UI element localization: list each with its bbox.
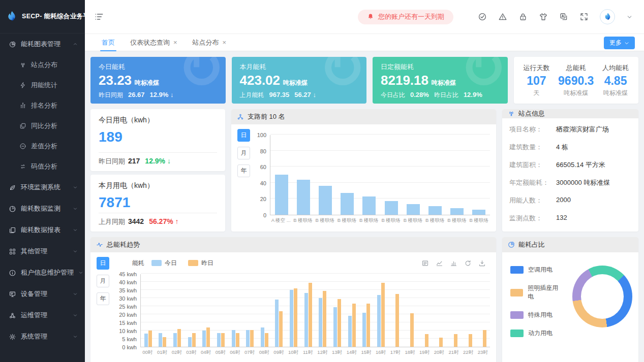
- data-view-icon[interactable]: [421, 259, 429, 267]
- bar-group[interactable]: [286, 288, 301, 347]
- sidebar-item-other-mgmt[interactable]: 其他管理: [0, 241, 85, 262]
- pie-legend-item-3[interactable]: 特殊用电: [510, 311, 563, 319]
- trend-toggle-日[interactable]: 日: [97, 257, 109, 270]
- translate-icon[interactable]: [559, 12, 568, 21]
- usage-card-value: 189: [99, 129, 217, 150]
- bar-group[interactable]: [461, 334, 476, 347]
- menu-collapse-icon[interactable]: [94, 12, 104, 22]
- legend-label: 今日: [165, 259, 177, 268]
- x-tick-label: 02时: [169, 347, 184, 356]
- sidebar-item-label: 其他管理: [21, 247, 68, 256]
- trend-toggle-月[interactable]: 月: [97, 275, 109, 287]
- bar-group[interactable]: [330, 299, 345, 347]
- sidebar-item-code-analysis[interactable]: 码值分析: [0, 156, 85, 177]
- app-root: SECP- 能耗综合业务平台 能耗图表管理站点分布用能统计排名分析同比分析差值分…: [0, 0, 644, 362]
- tab-list: 首页仪表状态查询×站点分布×: [94, 34, 234, 51]
- trend-bar-昨日: [206, 327, 210, 347]
- bar-group[interactable]: [156, 333, 170, 347]
- branch-toggle-月[interactable]: 月: [237, 147, 250, 159]
- bar-group[interactable]: [292, 180, 314, 215]
- bar-group[interactable]: [424, 206, 446, 215]
- more-button[interactable]: 更多: [604, 37, 635, 49]
- bar-group[interactable]: [336, 193, 358, 215]
- warning-triangle-icon[interactable]: [498, 12, 507, 21]
- pie-legend-item-1[interactable]: 空调用电: [510, 266, 563, 274]
- bar-group[interactable]: [345, 304, 359, 347]
- tab-close-icon[interactable]: ×: [173, 39, 177, 46]
- trend-bar-昨日: [163, 337, 166, 347]
- lock-icon[interactable]: [518, 12, 528, 21]
- bar-group[interactable]: [388, 294, 403, 347]
- sidebar-item-yoy-analysis[interactable]: 同比分析: [0, 116, 85, 136]
- site-info-label: 项目名称：: [509, 125, 556, 134]
- sidebar-item-energy-data-monitor[interactable]: 能耗数据监测: [0, 198, 85, 219]
- bar-group[interactable]: [468, 210, 490, 215]
- bar-group[interactable]: [270, 175, 292, 215]
- bar-group[interactable]: [475, 330, 490, 347]
- minus-circle-icon: [19, 143, 26, 150]
- chevron-down-icon[interactable]: [626, 14, 633, 20]
- bar-group[interactable]: [446, 208, 468, 215]
- sidebar-item-energy-stats[interactable]: 用能统计: [0, 75, 85, 95]
- sidebar-item-tenant-info-mgmt[interactable]: 租户信息维护管理: [0, 262, 85, 283]
- bar-group[interactable]: [185, 333, 199, 347]
- refresh-icon[interactable]: [464, 259, 472, 267]
- sidebar-item-energy-chart-mgmt[interactable]: 能耗图表管理: [0, 34, 85, 55]
- sidebar-item-system-mgmt[interactable]: 系统管理: [0, 326, 85, 347]
- avatar[interactable]: [600, 9, 615, 24]
- bar-group[interactable]: [301, 283, 316, 347]
- bar-group[interactable]: [403, 313, 417, 347]
- bar-group[interactable]: [358, 196, 380, 215]
- overlap-icon: [19, 122, 26, 129]
- tab-item-2[interactable]: 站点分布×: [185, 34, 234, 51]
- bar-group[interactable]: [417, 334, 432, 347]
- bar-group[interactable]: [213, 333, 228, 347]
- line-chart-icon[interactable]: [436, 259, 443, 267]
- bar-group[interactable]: [272, 300, 287, 347]
- trend-bar-今日: [159, 333, 162, 347]
- bar-group[interactable]: [141, 331, 156, 347]
- pie-legend-item-2[interactable]: 照明插座用电: [510, 284, 563, 301]
- legend-item-今日[interactable]: 今日: [151, 259, 177, 268]
- bar-chart-icon[interactable]: [450, 259, 457, 267]
- bar-group[interactable]: [242, 330, 257, 347]
- bar-group[interactable]: [402, 204, 424, 215]
- sidebar-item-energy-report[interactable]: 能耗数据报表: [0, 219, 85, 241]
- bar-group[interactable]: [374, 283, 388, 347]
- bar-group[interactable]: [380, 201, 402, 215]
- stat-card-value: 423.02吨标准煤: [240, 73, 359, 88]
- y-tick-label: 100: [257, 132, 266, 138]
- tshirt-icon[interactable]: [539, 12, 548, 21]
- bar-group[interactable]: [257, 327, 272, 347]
- download-icon[interactable]: [478, 259, 486, 267]
- sidebar-item-diff-analysis[interactable]: 差值分析: [0, 136, 85, 156]
- account-expiry-warning[interactable]: 您的账户还有一天到期: [358, 10, 453, 24]
- sidebar-item-ops-mgmt[interactable]: 运维管理: [0, 305, 85, 326]
- branch-toggle-年[interactable]: 年: [237, 164, 250, 177]
- legend-item-昨日[interactable]: 昨日: [188, 259, 213, 268]
- stat-card-footer: 今日占比0.28%昨日占比12.9%: [381, 91, 500, 100]
- sidebar-item-site-distribution[interactable]: 站点分布: [0, 55, 85, 75]
- bar-group[interactable]: [170, 329, 185, 347]
- sidebar-item-env-monitor[interactable]: 环境监测系统: [0, 177, 85, 198]
- bar-group[interactable]: [359, 304, 374, 347]
- chevron-up-icon: [73, 41, 78, 48]
- pie-legend-item-4[interactable]: 动力用电: [510, 329, 563, 338]
- fullscreen-icon[interactable]: [579, 12, 589, 21]
- bar-group[interactable]: [432, 338, 447, 347]
- sidebar-item-device-mgmt[interactable]: 设备管理: [0, 283, 85, 305]
- tab-home[interactable]: 首页: [94, 34, 122, 51]
- theme-icon[interactable]: [478, 12, 487, 21]
- tab-close-icon[interactable]: ×: [223, 39, 227, 46]
- bar-group[interactable]: [199, 327, 214, 347]
- bar-group[interactable]: [446, 334, 461, 347]
- site-info-value: 2000: [556, 196, 571, 205]
- trend-toggle-年[interactable]: 年: [97, 292, 109, 305]
- bar-group[interactable]: [314, 186, 336, 215]
- tab-item-1[interactable]: 仪表状态查询×: [122, 34, 185, 51]
- bar-group[interactable]: [316, 291, 330, 347]
- branch-toggle-日[interactable]: 日: [237, 129, 250, 142]
- sidebar-item-rank-analysis[interactable]: 排名分析: [0, 95, 85, 116]
- bar-group[interactable]: [228, 330, 243, 347]
- info-icon: [9, 269, 16, 277]
